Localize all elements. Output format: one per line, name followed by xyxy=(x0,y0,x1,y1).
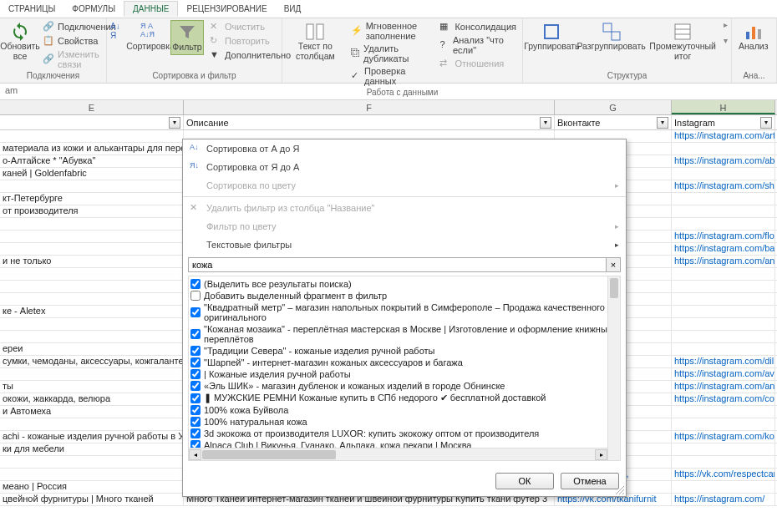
tab-pages[interactable]: СТРАНИЦЫ xyxy=(0,2,63,16)
cell[interactable]: https://instagram.com/con xyxy=(672,393,775,405)
hscroll-right[interactable]: ▸ xyxy=(595,449,607,460)
filter-value-item[interactable]: 100% кожа Буйвола xyxy=(190,404,618,416)
cell[interactable]: материала из кожи и алькантары для перет… xyxy=(0,143,184,155)
advanced-filter-button[interactable]: ▼Дополнительно xyxy=(207,48,293,62)
filter-button[interactable]: Фильтр xyxy=(170,20,204,55)
cell[interactable] xyxy=(672,168,775,180)
cell[interactable]: https://instagram.com/koz xyxy=(672,431,775,443)
filter-search-clear[interactable]: × xyxy=(606,257,621,272)
clear-filter-button[interactable]: ✕Очистить xyxy=(207,20,293,33)
sort-az-button[interactable]: А↓Я xyxy=(110,20,130,43)
cell[interactable] xyxy=(672,205,775,217)
cell[interactable] xyxy=(672,306,775,317)
text-filters[interactable]: Текстовые фильтры▸ xyxy=(183,236,626,254)
filter-search-input[interactable] xyxy=(188,257,607,272)
remove-duplicates-button[interactable]: ⿻Удалить дубликаты xyxy=(348,43,434,64)
cell[interactable]: сумки, чемоданы, аксессуары, кожгалантер xyxy=(0,356,184,367)
filter-value-item[interactable]: «Эль ШИК» - магазин дубленок и кожаных и… xyxy=(190,380,618,392)
cell[interactable] xyxy=(672,481,775,493)
cell[interactable] xyxy=(0,318,184,330)
filter-checkbox[interactable] xyxy=(190,357,201,367)
cell[interactable]: и Автомеха xyxy=(0,406,184,418)
filter-checkbox[interactable] xyxy=(190,369,201,379)
what-if-button[interactable]: ?Анализ "что если" xyxy=(437,34,519,56)
filter-list-scrollbar[interactable] xyxy=(607,276,620,460)
cell[interactable]: https://instagram.com/artl xyxy=(672,130,775,142)
cell[interactable] xyxy=(0,331,184,342)
flash-fill-button[interactable]: ⚡Мгновенное заполнение xyxy=(348,20,434,42)
filter-checkbox[interactable] xyxy=(190,393,201,403)
cell[interactable] xyxy=(672,193,775,205)
resize-handle[interactable] xyxy=(616,486,624,494)
cell[interactable] xyxy=(0,281,184,292)
cell[interactable] xyxy=(0,231,184,242)
cell[interactable]: окожи, жаккарда, велюра xyxy=(0,393,184,405)
cell[interactable] xyxy=(0,130,184,142)
cell[interactable]: https://instagram.com/anp xyxy=(672,256,775,267)
cell[interactable] xyxy=(672,406,775,418)
cell[interactable]: цвейной фурнитуры | Много тканей xyxy=(0,494,184,505)
cell[interactable] xyxy=(0,368,184,380)
cell[interactable]: achi - кожаные изделия ручной работы в У… xyxy=(0,431,184,443)
filter-value-item[interactable]: | Кожаные изделия ручной работы xyxy=(190,368,618,380)
filter-value-item[interactable]: Добавить выделенный фрагмент в фильтр xyxy=(190,290,618,301)
col-header-f[interactable]: F xyxy=(184,100,555,114)
filter-dropdown-g[interactable]: ▾ xyxy=(657,117,668,129)
cell[interactable]: от производителя xyxy=(0,205,184,217)
cell[interactable]: кт-Петербурге xyxy=(0,193,184,205)
ungroup-button[interactable]: Разгруппировать xyxy=(581,20,642,53)
cell[interactable]: https://instagram.com/bas xyxy=(672,243,775,255)
cell[interactable] xyxy=(672,343,775,355)
cell[interactable] xyxy=(0,456,184,468)
cell[interactable]: https://vk.com/respectcar, https:/ xyxy=(672,469,775,480)
col-header-h[interactable]: H xyxy=(672,100,775,114)
sort-ascending[interactable]: А↓Сортировка от А до Я xyxy=(183,139,626,158)
reapply-button[interactable]: ↻Повторить xyxy=(207,34,293,48)
filter-checkbox[interactable] xyxy=(190,405,201,415)
data-validation-button[interactable]: ✓Проверка данных xyxy=(348,65,434,87)
hscroll-left[interactable]: ◂ xyxy=(189,449,201,460)
filter-dropdown-h[interactable]: ▾ xyxy=(760,117,772,129)
cell[interactable] xyxy=(672,281,775,292)
cell[interactable]: ки для мебели xyxy=(0,443,184,455)
cell[interactable]: о-Алтайске * "Абувка" xyxy=(0,155,184,167)
filter-checkbox[interactable] xyxy=(190,381,201,391)
filter-value-item[interactable]: "Традиции Севера" - кожаные изделия ручн… xyxy=(190,345,618,357)
cell[interactable] xyxy=(0,243,184,255)
ok-button[interactable]: ОК xyxy=(495,473,554,489)
cell[interactable] xyxy=(672,143,775,155)
cell[interactable]: https://instagram.com/flor xyxy=(672,231,775,242)
filter-checkbox[interactable] xyxy=(190,307,201,317)
collapse-icon[interactable]: ▾ xyxy=(724,36,728,45)
filter-value-item[interactable]: ❚ МУЖСКИЕ РЕМНИ Кожаные купить в СПб нед… xyxy=(190,392,618,404)
filter-checkbox[interactable] xyxy=(190,428,201,438)
cell[interactable] xyxy=(0,218,184,230)
cell[interactable] xyxy=(0,293,184,305)
subtotal-button[interactable]: Промежуточный итог xyxy=(645,20,720,63)
hscroll-thumb[interactable] xyxy=(202,450,336,459)
filter-checkbox[interactable] xyxy=(190,417,201,427)
cell[interactable] xyxy=(672,218,775,230)
filter-dropdown-f[interactable]: ▾ xyxy=(540,117,551,129)
cell[interactable] xyxy=(672,418,775,430)
cell[interactable] xyxy=(672,293,775,305)
filter-checkbox[interactable] xyxy=(190,279,201,289)
cell[interactable]: ереи xyxy=(0,343,184,355)
cell[interactable] xyxy=(672,268,775,280)
cell[interactable] xyxy=(0,418,184,430)
cell[interactable]: меано | Россия xyxy=(0,481,184,493)
consolidate-button[interactable]: ▦Консолидация xyxy=(437,20,519,33)
col-header-e[interactable]: E xyxy=(0,100,184,114)
cell[interactable] xyxy=(672,318,775,330)
filter-checkbox[interactable] xyxy=(190,291,201,301)
cancel-button[interactable]: Отмена xyxy=(561,473,619,489)
cell[interactable]: https://instagram.com/abu xyxy=(672,155,775,167)
tab-formulas[interactable]: ФОРМУЛЫ xyxy=(63,2,124,16)
cell[interactable]: каней | Goldenfabric xyxy=(0,168,184,180)
refresh-all-button[interactable]: Обновить все xyxy=(3,20,37,63)
filter-checkbox[interactable] xyxy=(190,346,201,356)
cell[interactable]: ты xyxy=(0,381,184,393)
cell[interactable] xyxy=(672,443,775,455)
text-to-columns-button[interactable]: Текст по столбцам xyxy=(286,20,345,63)
filter-dropdown-e[interactable]: ▾ xyxy=(169,117,180,129)
